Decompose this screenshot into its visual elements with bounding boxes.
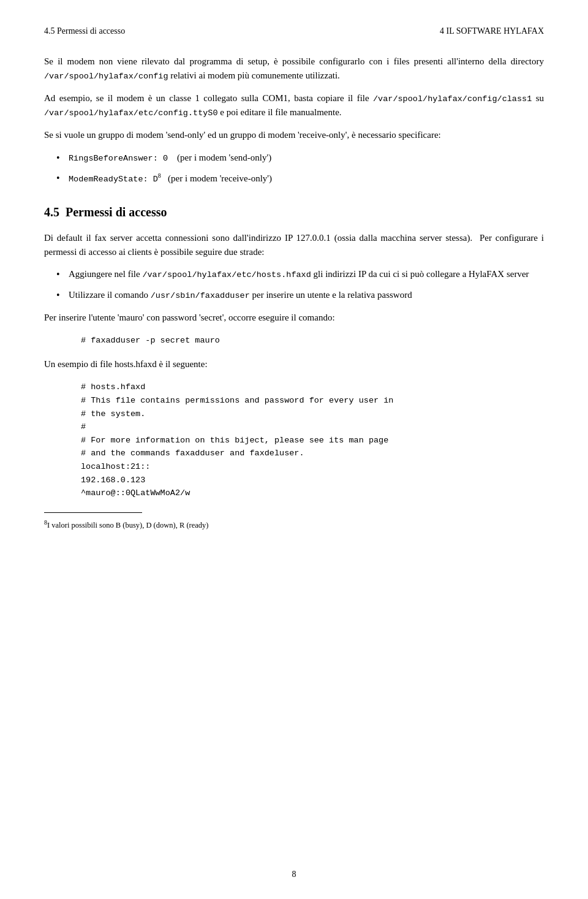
item1-code: RingsBeforeAnswer: 0 <box>69 154 168 163</box>
password-text: Per inserire l'utente 'mauro' con passwo… <box>44 313 335 322</box>
access-item2-end: per inserire un utente e la relativa pas… <box>250 290 412 300</box>
p1-text-start: Se il modem non viene rilevato dal progr… <box>44 56 544 66</box>
section-paragraph-1: Di default il fax server accetta conness… <box>44 231 544 259</box>
access-item2-start: Utilizzare il comando <box>69 290 151 300</box>
footnote: 8I valori possibili sono B (busy), D (do… <box>44 518 544 531</box>
hosts-line-3: # the system. <box>81 408 544 421</box>
p1-code1: /var/spool/hylafax/config <box>44 72 168 81</box>
hosts-line-4: # <box>81 420 544 434</box>
access-item2-code: /usr/sbin/faxadduser <box>151 291 250 300</box>
p2-text-mid: su <box>532 93 544 103</box>
section-title: Permessi di accesso <box>66 205 167 219</box>
hosts-code-block: # hosts.hfaxd # This file contains permi… <box>81 381 544 499</box>
access-item1-start: Aggiungere nel file <box>69 269 142 279</box>
p2-text-end: e poi editare il file manualmente. <box>218 107 342 117</box>
section-heading: 4.5 Permessi di accesso <box>44 203 544 221</box>
modem-bullet-list: RingsBeforeAnswer: 0 (per i modem 'send-… <box>69 151 544 186</box>
item2-code: ModemReadyState: D <box>69 175 158 184</box>
access-bullet-list: Aggiungere nel file /var/spool/hylafax/e… <box>69 267 544 302</box>
intro-paragraph-2: Ad esempio, se il modem è un classe 1 co… <box>44 91 544 120</box>
list-item: Aggiungere nel file /var/spool/hylafax/e… <box>69 267 544 281</box>
access-item1-code: /var/spool/hylafax/etc/hosts.hfaxd <box>142 270 311 279</box>
p2-text-start: Ad esempio, se il modem è un classe 1 co… <box>44 93 373 103</box>
access-item1-end: gli indirizzi IP da cui ci si può colleg… <box>311 269 529 279</box>
hosts-paragraph: Un esempio di file hosts.hfaxd è il segu… <box>44 357 544 371</box>
section-number: 4.5 <box>44 205 59 219</box>
footnote-divider <box>44 512 142 513</box>
page-header: 4.5 Permessi di accesso 4 IL SOFTWARE HY… <box>44 25 544 37</box>
hosts-line-2: # This file contains permissions and pas… <box>81 394 544 408</box>
hosts-line-1: # hosts.hfaxd <box>81 381 544 394</box>
password-cmd-line: # faxadduser -p secret mauro <box>81 334 544 347</box>
password-code-block: # faxadduser -p secret mauro <box>81 334 544 347</box>
item2-sup: 8 <box>158 172 161 179</box>
hosts-line-5: # For more information on this biject, p… <box>81 434 544 447</box>
hosts-line-8: 192.168.0.123 <box>81 474 544 487</box>
list-item: RingsBeforeAnswer: 0 (per i modem 'send-… <box>69 151 544 165</box>
footnote-text: I valori possibili sono B (busy), D (dow… <box>47 521 209 529</box>
section-p1-text: Di default il fax server accetta conness… <box>44 233 472 243</box>
header-left: 4.5 Permessi di accesso <box>44 25 125 37</box>
intro-paragraph-3: Se si vuole un gruppo di modem 'send-onl… <box>44 128 544 142</box>
p1-text-end: relativi ai modem più comunemente utiliz… <box>168 70 340 80</box>
hosts-line-6: # and the commands faxadduser and faxdel… <box>81 447 544 460</box>
intro-paragraph-1: Se il modem non viene rilevato dal progr… <box>44 55 544 83</box>
item1-text: (per i modem 'send-only') <box>177 153 271 162</box>
item2-text: (per i modem 'receive-only') <box>168 173 272 183</box>
p2-code2: /var/spool/hylafax/etc/config.ttyS0 <box>44 108 218 118</box>
password-paragraph: Per inserire l'utente 'mauro' con passwo… <box>44 311 544 325</box>
hosts-line-7: localhost:21:: <box>81 460 544 474</box>
p3-text: Se si vuole un gruppo di modem 'send-onl… <box>44 130 441 140</box>
p2-code1: /var/spool/hylafax/config/class1 <box>373 94 532 104</box>
page-number: 8 <box>0 868 588 881</box>
list-item: Utilizzare il comando /usr/sbin/faxaddus… <box>69 288 544 302</box>
hosts-line-9: ^mauro@::0QLatWwMoA2/w <box>81 487 544 500</box>
header-right: 4 IL SOFTWARE HYLAFAX <box>440 25 544 37</box>
page: 4.5 Permessi di accesso 4 IL SOFTWARE HY… <box>0 0 588 899</box>
list-item: ModemReadyState: D8 (per i modem 'receiv… <box>69 171 544 186</box>
hosts-text: Un esempio di file hosts.hfaxd è il segu… <box>44 359 208 369</box>
